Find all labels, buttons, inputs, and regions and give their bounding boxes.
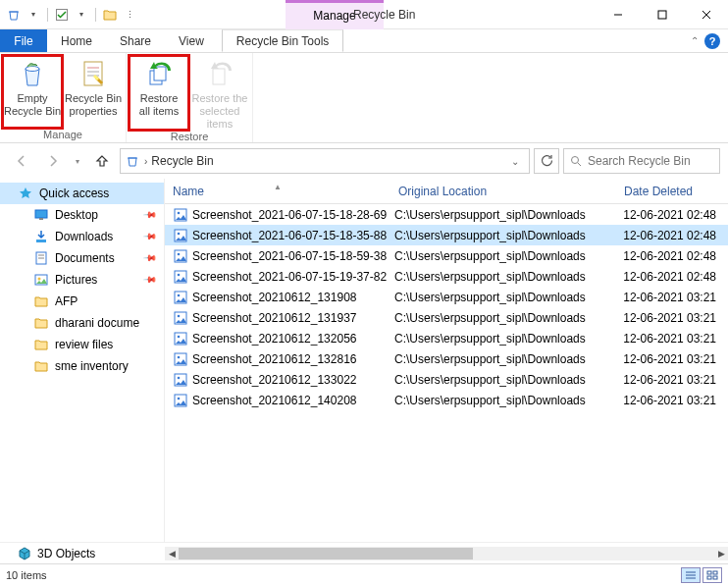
minimize-ribbon-icon[interactable]: ⌃ <box>691 35 699 46</box>
column-header-name[interactable]: ▲ Name <box>165 185 390 198</box>
recycle-bin-properties-button[interactable]: Recycle Bin properties <box>63 55 124 129</box>
pin-icon: 📌 <box>143 230 158 244</box>
sidebar-item[interactable]: AFP <box>0 291 164 312</box>
chevron-right-icon[interactable]: › <box>144 156 147 167</box>
history-dropdown-icon[interactable]: ▾ <box>71 147 84 175</box>
ribbon: Empty Recycle Bin Recycle Bin properties… <box>0 53 728 143</box>
sidebar-item[interactable]: Desktop📌 <box>0 204 164 226</box>
svg-rect-48 <box>707 576 711 579</box>
help-icon[interactable]: ? <box>704 33 720 49</box>
recycle-bin-tools-tab[interactable]: Recycle Bin Tools <box>222 29 344 52</box>
file-date-deleted: 12-06-2021 03:21 <box>620 332 728 346</box>
recycle-bin-full-icon <box>17 59 48 90</box>
svg-line-14 <box>578 163 581 166</box>
sidebar-item[interactable]: dharani docume <box>0 312 164 334</box>
column-header-date-deleted[interactable]: Date Deleted <box>616 185 728 198</box>
new-folder-icon[interactable] <box>102 7 118 23</box>
scroll-right-icon[interactable]: ▶ <box>714 547 728 560</box>
file-name: Screenshot_2021-06-07-15-19-37-82 <box>192 270 394 284</box>
file-row[interactable]: Screenshot_2021-06-07-15-19-37-82C:\User… <box>165 266 728 287</box>
file-row[interactable]: Screenshot_20210612_140208C:\Users\erpsu… <box>165 390 728 410</box>
scroll-track[interactable] <box>179 547 714 560</box>
minimize-button[interactable] <box>596 0 640 29</box>
address-dropdown-icon[interactable]: ⌄ <box>505 156 525 167</box>
file-tab[interactable]: File <box>0 29 47 52</box>
svg-point-26 <box>178 232 181 235</box>
horizontal-scrollbar[interactable]: ◀ ▶ <box>165 547 728 560</box>
group-label: Manage <box>43 129 82 142</box>
item-count: 10 items <box>6 569 47 581</box>
sort-ascending-icon: ▲ <box>274 183 282 191</box>
view-mode-buttons <box>681 567 722 583</box>
sidebar-item-3d-objects[interactable]: 3D Objects <box>0 547 165 560</box>
file-row[interactable]: Screenshot_20210612_132056C:\Users\erpsu… <box>165 328 728 348</box>
home-tab[interactable]: Home <box>47 29 106 52</box>
column-header-original-location[interactable]: Original Location <box>390 185 616 198</box>
svg-rect-49 <box>713 576 717 579</box>
file-name: Screenshot_2021-06-07-15-18-35-88 <box>192 229 394 242</box>
search-input[interactable] <box>588 154 728 168</box>
svg-point-22 <box>38 278 41 281</box>
image-file-icon <box>173 228 188 243</box>
titlebar: ▾ ▾ ⋮ Manage Recycle Bin <box>0 0 728 29</box>
thumbnails-view-button[interactable] <box>702 567 722 583</box>
empty-recycle-bin-button[interactable]: Empty Recycle Bin <box>2 55 63 129</box>
sidebar-item[interactable]: Pictures📌 <box>0 269 164 291</box>
sidebar-quick-access[interactable]: Quick access <box>0 183 164 204</box>
file-row[interactable]: Screenshot_2021-06-07-15-18-28-69C:\User… <box>165 204 728 225</box>
svg-rect-12 <box>213 69 225 84</box>
file-date-deleted: 12-06-2021 02:48 <box>620 270 728 284</box>
svg-rect-47 <box>713 571 717 574</box>
breadcrumb-location[interactable]: Recycle Bin <box>151 154 213 168</box>
file-row[interactable]: Screenshot_2021-06-07-15-18-59-38C:\User… <box>165 245 728 266</box>
svg-point-32 <box>178 293 181 296</box>
file-original-location: C:\Users\erpsupport_sipl\Downloads <box>394 249 620 263</box>
qat-dropdown-icon[interactable]: ▾ <box>26 7 41 23</box>
file-original-location: C:\Users\erpsupport_sipl\Downloads <box>394 394 620 407</box>
close-button[interactable] <box>684 0 728 29</box>
view-tab[interactable]: View <box>165 29 218 52</box>
sidebar-item[interactable]: Documents📌 <box>0 247 164 269</box>
restore-selected-icon <box>204 59 235 90</box>
file-date-deleted: 12-06-2021 03:21 <box>620 352 728 366</box>
file-row[interactable]: Screenshot_20210612_132816C:\Users\erpsu… <box>165 348 728 369</box>
up-button[interactable] <box>88 147 116 175</box>
address-bar[interactable]: › Recycle Bin ⌄ <box>120 148 530 174</box>
file-row[interactable]: Screenshot_20210612_131937C:\Users\erpsu… <box>165 307 728 328</box>
scroll-thumb[interactable] <box>179 548 473 559</box>
back-button[interactable] <box>8 147 35 175</box>
qat-dropdown-icon[interactable]: ▾ <box>74 7 89 23</box>
image-file-icon <box>173 393 188 408</box>
file-name: Screenshot_20210612_131937 <box>192 311 394 325</box>
window-title: Recycle Bin <box>353 8 415 22</box>
desktop-icon <box>33 207 49 223</box>
checkbox-checked-icon[interactable] <box>54 7 70 23</box>
label-line2: selected items <box>189 105 250 131</box>
svg-point-24 <box>178 211 181 214</box>
sidebar-item[interactable]: Downloads📌 <box>0 226 164 247</box>
sidebar-item[interactable]: sme inventory <box>0 355 164 377</box>
file-row[interactable]: Screenshot_20210612_133022C:\Users\erpsu… <box>165 369 728 390</box>
sidebar-item-label: Downloads <box>55 230 113 243</box>
recycle-bin-icon <box>125 153 140 169</box>
qat-customize-icon[interactable]: ⋮ <box>122 7 137 23</box>
search-box[interactable] <box>563 148 720 174</box>
documents-icon <box>33 250 49 266</box>
details-view-button[interactable] <box>681 567 701 583</box>
share-tab[interactable]: Share <box>106 29 165 52</box>
maximize-button[interactable] <box>640 0 684 29</box>
forward-button[interactable] <box>39 147 67 175</box>
separator <box>47 8 48 22</box>
ribbon-group-restore: Restore all items Restore the selected i… <box>127 53 253 142</box>
file-row[interactable]: Screenshot_2021-06-07-15-18-35-88C:\User… <box>165 225 728 245</box>
refresh-button[interactable] <box>534 148 559 174</box>
file-name: Screenshot_2021-06-07-15-18-28-69 <box>192 208 394 222</box>
restore-all-items-button[interactable]: Restore all items <box>129 55 189 131</box>
file-row[interactable]: Screenshot_20210612_131908C:\Users\erpsu… <box>165 287 728 307</box>
svg-rect-46 <box>707 571 711 574</box>
file-original-location: C:\Users\erpsupport_sipl\Downloads <box>394 229 620 242</box>
scroll-left-icon[interactable]: ◀ <box>165 547 179 560</box>
restore-all-icon <box>143 59 175 90</box>
sidebar-item[interactable]: review files <box>0 334 164 355</box>
pin-icon: 📌 <box>143 208 158 223</box>
